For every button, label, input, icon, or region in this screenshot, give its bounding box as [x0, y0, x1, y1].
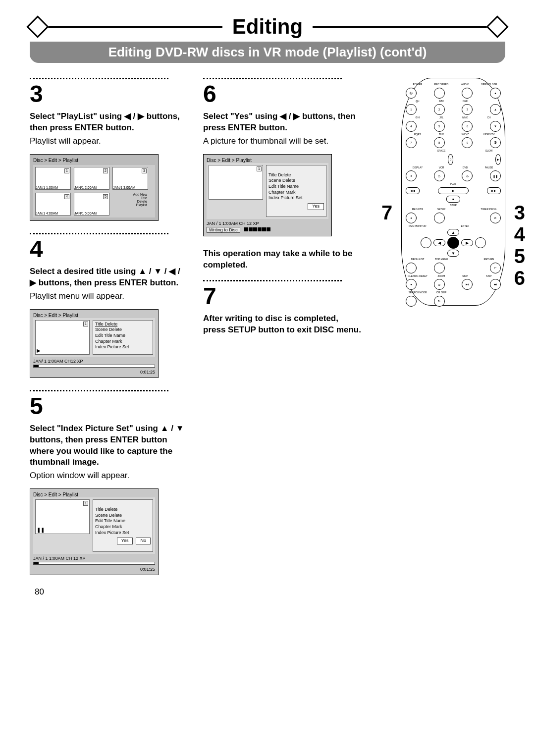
play-button: ▶ — [438, 187, 469, 194]
rec-monitor-button — [421, 237, 431, 248]
step-result: Playlist menu will appear. — [30, 291, 188, 302]
enter-button — [447, 237, 459, 249]
stop-button: ■ — [446, 196, 460, 203]
top-menu-button — [434, 263, 445, 273]
display-button: ● — [406, 170, 417, 181]
divider — [30, 233, 168, 234]
options-list: Title Delete Scene Delete Edit Title Nam… — [93, 320, 153, 355]
remote-control-diagram: POWERREC SPEEDAUDIOOPEN/CLOSE ⏻ ▲ @/:ABC… — [401, 78, 505, 306]
ch-down: ▼ — [490, 121, 501, 132]
step-instruction: Select "Yes" using ◀ / ▶ buttons, then p… — [203, 111, 362, 134]
skip-fwd-button: ⏭ — [490, 279, 501, 290]
step-number: 6 — [203, 82, 362, 106]
osd-playlist-grid: Disc > Edit > Playlist 1JAN/1 1:00AM 2JA… — [30, 154, 159, 221]
step-instruction: After writing to disc is completed, pres… — [203, 313, 362, 336]
audio-button — [462, 88, 473, 99]
playlist-thumb: 4JAN/1 4:00AM — [35, 193, 71, 216]
pause-button: ❚❚ — [490, 170, 501, 181]
preview-pane: 1▶ — [35, 320, 90, 355]
keypad-1: 1 — [406, 104, 417, 115]
rec-speed-button — [434, 88, 445, 99]
callout-number: 7 — [381, 202, 392, 224]
keypad-8: 8 — [434, 137, 445, 148]
keypad-0: 0 — [448, 154, 453, 165]
step-number: 5 — [30, 394, 188, 418]
divider — [30, 390, 168, 391]
page-header: Editing Editing DVD-RW discs in VR mode … — [30, 15, 505, 63]
divider — [203, 280, 342, 281]
preview-pane: 1❚❚ — [35, 499, 90, 534]
keypad-7: 7 — [406, 137, 417, 148]
callout-numbers: 3 4 5 6 — [514, 202, 525, 289]
playlist-thumb: 2JAN/1 2:00AM — [74, 167, 109, 190]
status-text: JAN / 1 1:00AM CH 12 XP — [207, 221, 259, 226]
playlist-thumb: 1JAN/1 1:00AM — [35, 167, 71, 190]
page-title: Editing — [232, 15, 303, 39]
page-number: 80 — [35, 587, 44, 597]
no-button: No — [136, 538, 151, 544]
options-list: Title Delete Scene Delete Edit Title Nam… — [93, 499, 153, 552]
step-note: This operation may take a while to be co… — [203, 248, 362, 271]
osd-title-menu: Disc > Edit > Playlist 1▶ Title Delete S… — [30, 309, 159, 378]
fast-forward-button: ▶▶ — [487, 187, 501, 194]
status-text: JAN/ 1 1:00AM CH12 XP — [33, 359, 83, 364]
osd-index-picture: Disc > Edit > Playlist 1❚❚ Title Delete … — [30, 488, 159, 575]
keypad-6: 6 — [462, 121, 473, 132]
osd-writing: Disc > Edit > Playlist 1 Title Delete Sc… — [203, 154, 332, 237]
step-result: Option window will appear. — [30, 470, 188, 482]
timecode: 0:01:25 — [140, 370, 155, 375]
clear-button: ● — [406, 279, 417, 290]
open-close-button: ▲ — [490, 88, 501, 99]
setup-button — [434, 213, 445, 223]
step-result: A picture for thumbnail will be set. — [203, 136, 362, 147]
step-instruction: Select "Index Picture Set" using ▲ / ▼ b… — [30, 423, 188, 469]
breadcrumb: Disc > Edit > Playlist — [33, 313, 155, 318]
menu-list-button — [406, 263, 417, 273]
dpad: ▲ ◀ ▶ ▼ — [406, 229, 501, 257]
keypad-2: 2 — [434, 104, 445, 115]
breadcrumb: Disc > Edit > Playlist — [33, 492, 155, 497]
vcr-button: ⊙ — [434, 170, 445, 181]
zoom-button: ⊕ — [434, 279, 445, 290]
search-mode-button — [406, 296, 417, 307]
yes-button: Yes — [117, 538, 133, 544]
dpad-up: ▲ — [447, 229, 459, 236]
step-number: 7 — [203, 284, 362, 308]
step-number: 4 — [30, 237, 188, 261]
progress-blocks — [244, 227, 270, 231]
ch-up: ▲ — [490, 104, 501, 115]
dvd-button: ⊙ — [462, 170, 473, 181]
step-instruction: Select "PlayList" using ◀ / ▶ buttons, t… — [30, 111, 188, 134]
return-button: ↶ — [490, 263, 501, 273]
step-result: Playlist will appear. — [30, 136, 188, 147]
power-button: ⏻ — [406, 88, 417, 99]
cm-skip-button: ↻ — [434, 296, 445, 307]
dpad-down: ▼ — [447, 250, 459, 257]
keypad-5: 5 — [434, 121, 445, 132]
timecode: 0:01:25 — [140, 567, 155, 572]
keypad-4: 4 — [406, 121, 417, 132]
decor-diamond-left — [26, 15, 49, 38]
rec-button: ● — [406, 213, 417, 223]
divider — [203, 78, 342, 79]
rewind-button: ◀◀ — [406, 187, 420, 194]
skip-back-button: ⏮ — [462, 279, 473, 290]
dpad-right: ▶ — [461, 239, 473, 246]
step-instruction: Select a desired title using ▲ / ▼ / ◀ /… — [30, 266, 188, 289]
side-button — [475, 237, 486, 248]
breadcrumb: Disc > Edit > Playlist — [207, 158, 328, 163]
status-text: JAN / 1 1:00AM CH 12 XP — [33, 556, 86, 561]
playlist-thumb: 3JAN/1 3:00AM — [112, 167, 148, 190]
keypad-3: 3 — [462, 104, 473, 115]
page-subtitle: Editing DVD-RW discs in VR mode (Playlis… — [30, 42, 505, 63]
slow-button: ▶ — [495, 154, 501, 165]
playlist-thumb: 5JAN/1 5:00AM — [74, 193, 109, 216]
preview-pane: 1 — [209, 165, 263, 200]
keypad-9: 9 — [462, 137, 473, 148]
divider — [30, 78, 168, 79]
timer-prog-button: ⊘ — [490, 213, 501, 223]
dpad-left: ◀ — [433, 239, 445, 246]
video-tv-button: ⦿ — [490, 137, 501, 148]
breadcrumb: Disc > Edit > Playlist — [33, 158, 155, 163]
playlist-add-menu: Add New Title Delete Playlist — [112, 193, 148, 216]
